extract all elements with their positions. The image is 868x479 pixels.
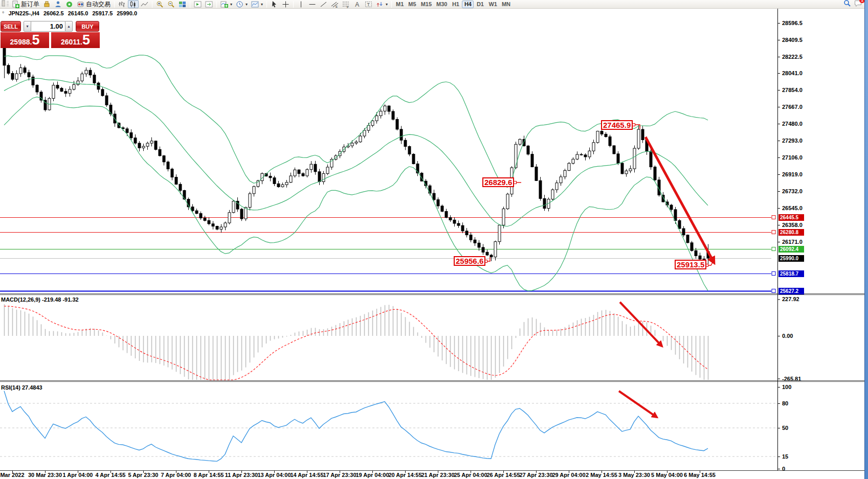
rsi-indicator-label: RSI(14) 27.4843: [1, 384, 42, 391]
macd-axis-tick: 0.00: [782, 333, 793, 339]
rsi-axis-tick: 100: [782, 384, 791, 390]
price-axis-tick: 28409.5: [782, 37, 803, 43]
price-axis-tick: 27854.0: [782, 87, 803, 93]
rsi-axis-tick: 50: [782, 425, 788, 431]
trend-arrow-rsi[interactable]: [619, 391, 657, 417]
price-level-tag: 25627.2: [778, 288, 804, 294]
volume-increase-button[interactable]: ▴: [65, 21, 73, 32]
one-click-trading-panel: SELL ▾ ▴ BUY 25988.5 26011.5: [1, 21, 100, 48]
price-annotation[interactable]: 25913.5: [675, 260, 706, 269]
sell-price: 25988.: [10, 34, 32, 50]
price-axis-tick: 26732.0: [782, 188, 803, 194]
price-axis-tick: 26171.0: [782, 239, 803, 245]
price-chart-canvas[interactable]: [0, 0, 868, 479]
buy-price-pips: 5: [82, 32, 90, 48]
price-level-tag: 25818.7: [778, 270, 804, 277]
rsi-axis-tick: 80: [782, 400, 788, 406]
price-axis-tick: 28222.5: [782, 54, 803, 60]
sell-button[interactable]: SELL: [1, 21, 21, 32]
time-axis-label: 6 May 14:55: [678, 472, 721, 478]
price-level-tag: 26445.5: [778, 214, 804, 221]
price-annotation[interactable]: 27465.9: [601, 120, 633, 130]
macd-axis-tick: -265.81: [782, 376, 801, 382]
macd-axis-tick: 227.92: [782, 296, 799, 302]
ohlc-high: 26145.0: [68, 10, 88, 16]
price-axis-tick: 26545.0: [782, 205, 803, 211]
price-axis-tick: 28041.0: [782, 70, 803, 76]
price-axis-tick: 27106.0: [782, 154, 803, 161]
rsi-axis-tick: 0: [782, 466, 785, 472]
trend-arrow-main[interactable]: [646, 137, 714, 263]
sell-price-pips: 5: [32, 32, 39, 48]
price-annotation[interactable]: 25956.6: [454, 256, 485, 266]
buy-price: 26011.: [61, 34, 82, 50]
window-border: [864, 0, 868, 479]
price-annotation[interactable]: 26829.6: [482, 177, 514, 187]
volume-input[interactable]: [31, 21, 65, 32]
price-axis-tick: 26358.0: [782, 222, 803, 228]
chart-symbol-icon: °: [2, 10, 4, 16]
price-level-tag: 26092.4: [778, 246, 804, 253]
buy-price-panel[interactable]: 26011.5: [51, 32, 100, 48]
price-axis-tick: 27667.0: [782, 104, 803, 110]
price-axis-tick: 26919.0: [782, 171, 803, 177]
ohlc-low: 25917.5: [92, 10, 113, 16]
price-level-tag: 26280.8: [778, 229, 804, 236]
price-axis-tick: 27293.0: [782, 138, 803, 144]
symbol-title: JPN225-,H4: [8, 10, 39, 16]
price-level-tag: 25990.0: [778, 255, 804, 262]
symbol-ohlc-line: ° JPN225-,H4 26062.5 26145.0 25917.5 259…: [2, 10, 137, 16]
buy-button[interactable]: BUY: [76, 21, 99, 32]
macd-indicator-label: MACD(12,26,9) -219.48 -91.32: [1, 296, 79, 303]
ohlc-close: 25990.0: [117, 10, 137, 16]
ohlc-open: 26062.5: [43, 10, 64, 16]
volume-decrease-button[interactable]: ▾: [24, 21, 31, 32]
sell-price-panel[interactable]: 25988.5: [1, 32, 49, 48]
rsi-axis-tick: 15: [782, 453, 788, 460]
price-axis-tick: 27480.0: [782, 121, 803, 127]
price-axis-tick: 28596.5: [782, 20, 803, 26]
